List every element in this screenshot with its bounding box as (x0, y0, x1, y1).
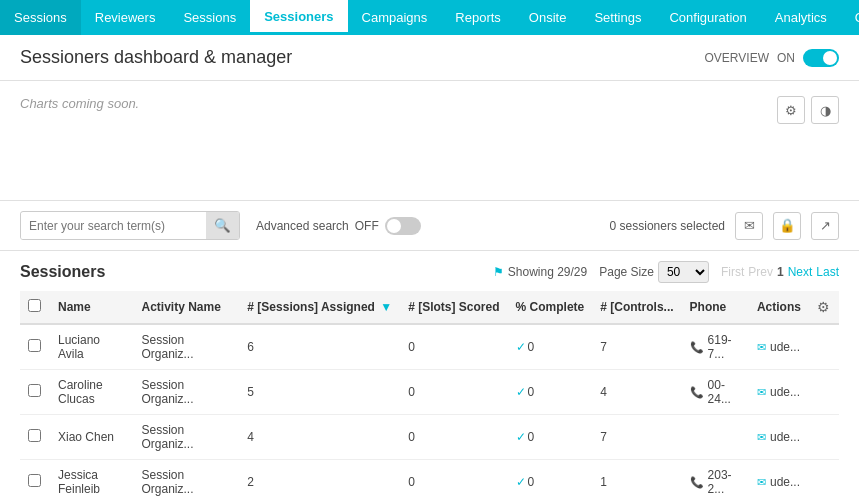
search-input-wrap: 🔍 (20, 211, 240, 240)
top-navigation: Sessions Reviewers Sessions Sessioners C… (0, 0, 859, 35)
row-extra (809, 324, 839, 370)
toggle-on-label: ON (777, 51, 795, 65)
table-title: Sessioners (20, 263, 105, 281)
select-all-header (20, 291, 50, 324)
row-name: Jessica Feinleib (50, 460, 134, 505)
email-icon: ✉ (757, 386, 766, 399)
row-checkbox[interactable] (28, 339, 41, 352)
row-checkbox-cell (20, 415, 50, 460)
row-checkbox-cell (20, 460, 50, 505)
table-gear-button[interactable]: ⚙ (817, 299, 830, 315)
col-phone: Phone (682, 291, 749, 324)
col-percent-complete: % Complete (508, 291, 593, 324)
row-percent-complete: ✓0 (508, 370, 593, 415)
col-name[interactable]: Name (50, 291, 134, 324)
row-activity: Session Organiz... (134, 415, 240, 460)
nav-item-reviewers[interactable]: Reviewers (81, 0, 170, 35)
row-percent-complete: ✓0 (508, 415, 593, 460)
nav-item-onsite[interactable]: Onsite (515, 0, 581, 35)
showing-label: Showing 29/29 (508, 265, 587, 279)
phone-icon: 📞 (690, 476, 704, 489)
table-row: Jessica Feinleib Session Organiz... 2 0 … (20, 460, 839, 505)
row-activity: Session Organiz... (134, 370, 240, 415)
overview-toggle[interactable] (803, 49, 839, 67)
table-area: Sessioners ⚑ Showing 29/29 Page Size 10 … (0, 251, 859, 504)
current-page: 1 (777, 265, 784, 279)
email-value: ude... (770, 385, 800, 399)
selected-count-label: 0 sessioners selected (610, 219, 725, 233)
nav-item-reports[interactable]: Reports (441, 0, 515, 35)
row-slots-scored: 0 (400, 460, 507, 505)
row-activity: Session Organiz... (134, 324, 240, 370)
col-controls: # [Controls... (592, 291, 681, 324)
row-controls: 1 (592, 460, 681, 505)
nav-item-sessions[interactable]: Sessions (0, 0, 81, 35)
charts-placeholder: Charts coming soon. (20, 96, 139, 111)
advanced-search-label: Advanced search (256, 219, 349, 233)
row-sessions-assigned: 2 (239, 460, 400, 505)
row-checkbox[interactable] (28, 384, 41, 397)
sessioners-table: Name Activity Name # [Sessions] Assigned… (20, 291, 839, 504)
chart-view-button[interactable]: ◑ (811, 96, 839, 124)
nav-item-campaigns[interactable]: Campaigns (348, 0, 442, 35)
page-size-label: Page Size (599, 265, 654, 279)
email-value: ude... (770, 340, 800, 354)
row-checkbox[interactable] (28, 429, 41, 442)
charts-area: Charts coming soon. ⚙ ◑ (0, 81, 859, 201)
off-label: OFF (355, 219, 379, 233)
email-action-button[interactable]: ✉ (735, 212, 763, 240)
phone-icon: 📞 (690, 341, 704, 354)
table-body: Luciano Avila Session Organiz... 6 0 ✓0 … (20, 324, 839, 504)
search-input[interactable] (21, 213, 206, 239)
table-row: Luciano Avila Session Organiz... 6 0 ✓0 … (20, 324, 839, 370)
table-row: Xiao Chen Session Organiz... 4 0 ✓0 7 ✉ … (20, 415, 839, 460)
row-checkbox[interactable] (28, 474, 41, 487)
row-email: ✉ ude... (749, 370, 809, 415)
row-sessions-assigned: 6 (239, 324, 400, 370)
next-page-link[interactable]: Next (788, 265, 813, 279)
select-all-checkbox[interactable] (28, 299, 41, 312)
row-phone (682, 415, 749, 460)
page-size-select[interactable]: 10 25 50 100 (658, 261, 709, 283)
row-email: ✉ ude... (749, 415, 809, 460)
table-meta: ⚑ Showing 29/29 Page Size 10 25 50 100 F… (493, 261, 839, 283)
page-title: Sessioners dashboard & manager (20, 47, 292, 68)
advanced-search-toggle[interactable] (385, 217, 421, 235)
nav-item-operation[interactable]: Operation (841, 0, 859, 35)
page-header: Sessioners dashboard & manager OVERVIEW … (0, 35, 859, 81)
row-checkbox-cell (20, 324, 50, 370)
lock-action-button[interactable]: 🔒 (773, 212, 801, 240)
phone-icon: 📞 (690, 386, 704, 399)
row-controls: 4 (592, 370, 681, 415)
last-page-link[interactable]: Last (816, 265, 839, 279)
phone-number: 619-7... (708, 333, 741, 361)
nav-item-settings[interactable]: Settings (580, 0, 655, 35)
export-action-button[interactable]: ↗ (811, 212, 839, 240)
row-email: ✉ ude... (749, 460, 809, 505)
search-button[interactable]: 🔍 (206, 212, 239, 239)
phone-number: 00-24... (708, 378, 741, 406)
nav-item-sessioners[interactable]: Sessioners (250, 0, 347, 35)
nav-item-configuration[interactable]: Configuration (655, 0, 760, 35)
table-header-row: Sessioners ⚑ Showing 29/29 Page Size 10 … (20, 261, 839, 283)
row-checkbox-cell (20, 370, 50, 415)
row-slots-scored: 0 (400, 370, 507, 415)
search-bar: 🔍 Advanced search OFF 0 sessioners selec… (0, 201, 859, 251)
flag-icon: ⚑ (493, 265, 504, 279)
col-activity: Activity Name (134, 291, 240, 324)
row-name: Luciano Avila (50, 324, 134, 370)
col-actions: Actions (749, 291, 809, 324)
nav-item-analytics[interactable]: Analytics (761, 0, 841, 35)
row-extra (809, 460, 839, 505)
gear-settings-button[interactable]: ⚙ (777, 96, 805, 124)
page-size-area: Page Size 10 25 50 100 (599, 261, 709, 283)
first-page-link[interactable]: First (721, 265, 744, 279)
email-icon: ✉ (757, 431, 766, 444)
charts-icons: ⚙ ◑ (777, 96, 839, 124)
nav-item-sessions2[interactable]: Sessions (169, 0, 250, 35)
row-slots-scored: 0 (400, 324, 507, 370)
prev-page-link[interactable]: Prev (748, 265, 773, 279)
col-sessions-assigned[interactable]: # [Sessions] Assigned ▼ (239, 291, 400, 324)
row-controls: 7 (592, 324, 681, 370)
row-percent-complete: ✓0 (508, 324, 593, 370)
